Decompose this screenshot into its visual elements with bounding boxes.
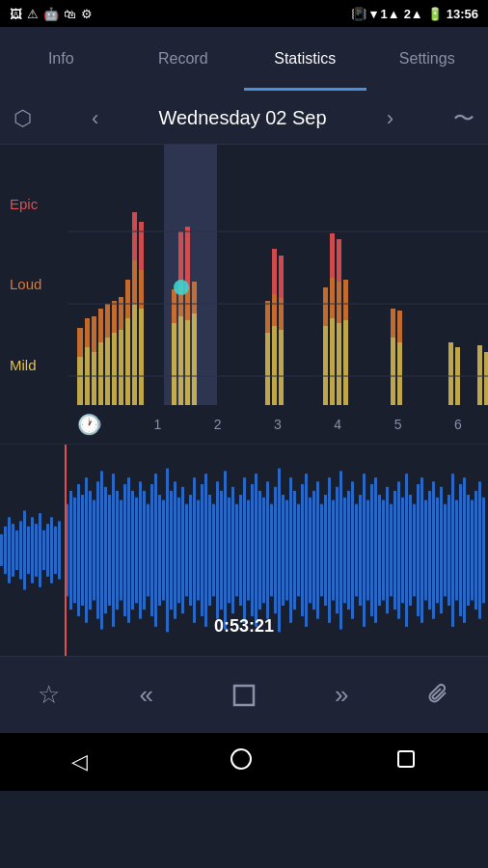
svg-rect-164 — [390, 504, 393, 597]
playhead — [65, 445, 67, 656]
svg-point-190 — [231, 749, 251, 769]
svg-rect-81 — [69, 491, 72, 610]
star-button[interactable]: ☆ — [25, 671, 73, 719]
status-bar: 🖼 ⚠ 🤖 🛍 ⚙ 📳 ▾ 1▲ 2▲ 🔋 13:56 — [0, 0, 488, 27]
epic-label: Epic — [0, 196, 68, 212]
svg-rect-31 — [178, 231, 183, 285]
status-icons: 🖼 ⚠ 🤖 🛍 ⚙ — [10, 7, 93, 21]
svg-rect-84 — [81, 495, 84, 606]
svg-rect-55 — [397, 311, 402, 342]
svg-rect-9 — [85, 318, 90, 347]
svg-rect-129 — [255, 474, 258, 627]
settings-icon: ⚙ — [81, 7, 93, 21]
svg-rect-18 — [125, 280, 130, 318]
svg-rect-161 — [378, 495, 381, 606]
svg-rect-111 — [185, 504, 188, 597]
svg-rect-117 — [208, 495, 211, 606]
svg-rect-68 — [15, 530, 18, 570]
svg-rect-108 — [174, 481, 176, 618]
x-label-5: 5 — [394, 417, 402, 432]
svg-rect-74 — [39, 513, 41, 587]
tab-record[interactable]: Record — [122, 27, 245, 91]
svg-rect-73 — [35, 524, 38, 577]
svg-rect-70 — [23, 510, 26, 589]
stop-icon — [231, 683, 257, 708]
prev-date-button[interactable]: ‹ — [92, 106, 98, 131]
svg-rect-71 — [27, 527, 30, 574]
rewind-button[interactable]: « — [122, 671, 171, 719]
tab-settings[interactable]: Settings — [366, 27, 489, 91]
svg-rect-166 — [397, 481, 400, 618]
svg-rect-124 — [235, 504, 238, 597]
svg-rect-167 — [401, 498, 404, 604]
svg-rect-13 — [112, 301, 117, 333]
svg-rect-5 — [105, 338, 110, 405]
svg-rect-177 — [440, 487, 443, 613]
stop-button[interactable] — [220, 671, 268, 719]
svg-rect-58 — [477, 345, 482, 405]
svg-rect-178 — [444, 504, 447, 597]
svg-rect-23 — [172, 323, 176, 405]
svg-rect-104 — [158, 495, 161, 606]
svg-rect-34 — [265, 333, 270, 405]
forward-button[interactable]: » — [317, 671, 366, 719]
svg-rect-180 — [451, 474, 454, 627]
tab-info[interactable]: Info — [0, 27, 122, 91]
x-label-1: 1 — [154, 417, 162, 432]
android-icon: 🤖 — [43, 7, 59, 21]
svg-rect-95 — [123, 484, 126, 616]
wave-icon[interactable]: 〜 — [453, 104, 474, 133]
svg-rect-16 — [132, 304, 137, 405]
svg-rect-59 — [484, 352, 488, 405]
svg-rect-106 — [166, 469, 169, 633]
svg-rect-3 — [92, 352, 96, 405]
svg-rect-162 — [382, 500, 385, 600]
svg-rect-135 — [278, 469, 281, 633]
svg-rect-103 — [154, 474, 157, 627]
square-button[interactable] — [395, 748, 417, 775]
vibrate-icon: 📳 — [351, 7, 366, 21]
home-button[interactable] — [230, 747, 253, 776]
svg-rect-149 — [332, 500, 335, 600]
svg-rect-137 — [285, 500, 288, 600]
svg-rect-181 — [455, 500, 458, 600]
clip-icon — [426, 683, 451, 708]
svg-rect-85 — [85, 477, 88, 623]
svg-rect-44 — [337, 323, 341, 405]
clip-button[interactable] — [415, 671, 463, 719]
svg-rect-90 — [104, 487, 107, 613]
svg-rect-92 — [112, 474, 115, 627]
current-date: Wednesday 02 Sep — [158, 107, 326, 129]
svg-rect-10 — [92, 316, 96, 352]
shop-icon: 🛍 — [64, 7, 76, 21]
chart-level-labels: Epic Loud Mild — [0, 145, 68, 444]
svg-rect-187 — [478, 481, 481, 618]
svg-rect-72 — [31, 517, 34, 583]
svg-rect-39 — [279, 298, 284, 330]
chart-svg — [68, 145, 488, 405]
waveform-area[interactable]: 0:53:21 — [0, 444, 488, 656]
clock-icon: 🕐 — [77, 413, 101, 436]
back-button[interactable]: ◁ — [71, 749, 88, 774]
tab-statistics[interactable]: Statistics — [244, 27, 366, 91]
svg-rect-100 — [143, 491, 146, 610]
svg-rect-127 — [247, 500, 250, 600]
svg-rect-66 — [8, 517, 11, 583]
svg-rect-148 — [328, 477, 331, 623]
next-date-button[interactable]: › — [387, 106, 393, 131]
chart-canvas — [68, 145, 488, 405]
svg-rect-101 — [147, 504, 149, 597]
export-icon[interactable]: ⬡ — [14, 106, 32, 131]
svg-rect-144 — [312, 491, 315, 610]
svg-rect-105 — [162, 500, 165, 600]
svg-rect-4 — [98, 342, 103, 405]
svg-rect-143 — [309, 498, 312, 604]
svg-rect-120 — [220, 491, 223, 610]
svg-rect-102 — [150, 484, 153, 616]
svg-rect-99 — [139, 481, 142, 618]
svg-rect-67 — [12, 524, 14, 577]
svg-rect-65 — [4, 527, 7, 574]
svg-rect-145 — [316, 481, 319, 618]
svg-rect-64 — [0, 534, 3, 566]
svg-rect-24 — [178, 316, 183, 405]
